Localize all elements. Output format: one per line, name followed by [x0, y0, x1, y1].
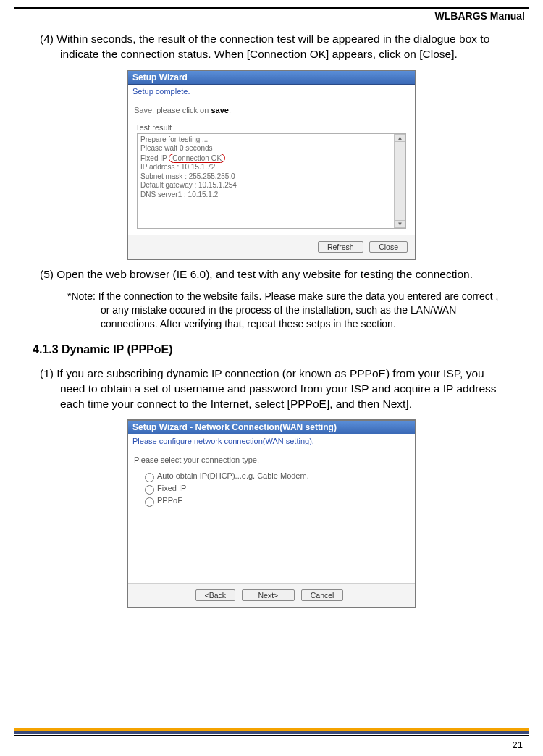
radio-pppoe[interactable]: PPPoE [141, 495, 415, 507]
step-1b-text: If you are subscribing dynamic IP connec… [56, 367, 496, 410]
footer-stripe [14, 728, 529, 734]
connection-type-radios: Auto obtain IP(DHCP)...e.g. Cable Modem.… [128, 467, 415, 583]
page-number: 21 [513, 739, 523, 750]
log-line-3: Fixed IP Connection OK [140, 154, 391, 164]
window-subtitle: Setup complete. [128, 85, 415, 98]
scroll-down-icon[interactable]: ▼ [395, 220, 405, 228]
refresh-button[interactable]: Refresh [318, 241, 363, 253]
close-button[interactable]: Close [369, 241, 408, 253]
radio-pppoe-label: PPPoE [157, 496, 182, 505]
button-row: Refresh Close [128, 235, 415, 259]
radio-dhcp-input[interactable] [145, 473, 154, 482]
log-line-5: Subnet mask : 255.255.255.0 [140, 172, 391, 182]
save-prefix: Save, please click on [134, 106, 211, 114]
window-title: Setup Wizard [128, 71, 415, 85]
scrollbar[interactable]: ▲ ▼ [394, 134, 405, 228]
log-line-6: Default gateway : 10.15.1.254 [140, 181, 391, 190]
step-5-num: (5) [40, 268, 54, 280]
radio-fixed-label: Fixed IP [157, 484, 186, 492]
step-5: (5) Open the web browser (IE 6.0), and t… [40, 267, 503, 282]
step-4: (4) Within seconds, the result of the co… [40, 32, 503, 62]
note-label: *Note: [67, 290, 96, 302]
radio-dhcp[interactable]: Auto obtain IP(DHCP)...e.g. Cable Modem. [141, 471, 415, 482]
note-text: If the connection to the website fails. … [98, 290, 499, 329]
log-line-1: Prepare for testing ... [140, 135, 391, 145]
test-result-box: Prepare for testing ... Please wait 0 se… [137, 133, 406, 229]
footer-line [14, 735, 529, 736]
radio-fixed-ip[interactable]: Fixed IP [141, 483, 415, 495]
log-line-3a: Fixed IP [140, 154, 169, 162]
page-content: (4) Within seconds, the result of the co… [0, 25, 543, 608]
scroll-up-icon[interactable]: ▲ [395, 134, 405, 142]
button-row-2: <Back Next> Cancel [128, 583, 415, 607]
save-instruction: Save, please click on save. [128, 98, 415, 117]
screenshot-setup-complete: Setup Wizard Setup complete. Save, pleas… [127, 70, 416, 260]
step-4-text: Within seconds, the result of the connec… [56, 33, 489, 60]
radio-pppoe-input[interactable] [145, 497, 154, 507]
save-bold: save [211, 106, 228, 114]
connection-ok-highlight: Connection OK [169, 154, 225, 163]
save-suffix: . [229, 106, 231, 114]
note-block: *Note: If the connection to the website … [40, 290, 503, 331]
radio-fixed-input[interactable] [145, 485, 154, 495]
log-line-2: Please wait 0 seconds [140, 144, 391, 154]
window-title-2: Setup Wizard - Network Connection(WAN se… [128, 421, 415, 434]
test-result-label: Test result [128, 117, 415, 132]
section-heading: 4.1.3 Dynamic IP (PPPoE) [33, 343, 503, 356]
log-line-4: IP address : 10.15.1.72 [140, 163, 391, 172]
step-1b-num: (1) [40, 367, 54, 379]
next-button[interactable]: Next> [242, 589, 295, 601]
step-1b: (1) If you are subscribing dynamic IP co… [40, 366, 503, 412]
screenshot-wan-setting: Setup Wizard - Network Connection(WAN se… [127, 419, 416, 608]
connection-instruction: Please select your connection type. [128, 448, 415, 467]
window-subtitle-2: Please configure network connection(WAN … [128, 434, 415, 448]
test-log: Prepare for testing ... Please wait 0 se… [138, 134, 394, 228]
radio-dhcp-label: Auto obtain IP(DHCP)...e.g. Cable Modem. [157, 471, 309, 480]
cancel-button[interactable]: Cancel [301, 589, 344, 601]
back-button[interactable]: <Back [195, 589, 235, 601]
header-manual-title: WLBARGS Manual [0, 9, 543, 25]
step-5-text: Open the web browser (IE 6.0), and test … [56, 268, 473, 280]
log-line-7: DNS server1 : 10.15.1.2 [140, 190, 391, 200]
step-4-num: (4) [40, 33, 54, 45]
